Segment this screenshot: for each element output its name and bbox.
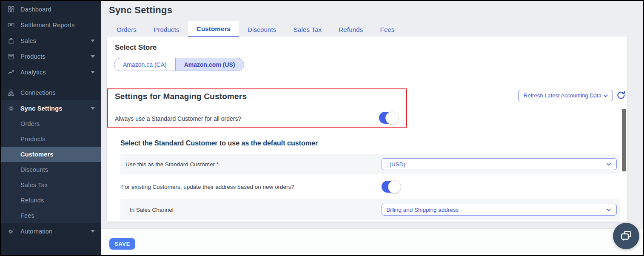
standard-customer-select-label: Use this as the Standard Customer	[125, 161, 215, 168]
submenu-item-discounts[interactable]: Discounts	[1, 162, 101, 177]
sidebar-divider	[1, 80, 101, 85]
sales-channel-select[interactable]: Billing and Shipping address	[382, 204, 617, 216]
submenu-label: Orders	[20, 120, 40, 127]
tab-bar: Orders Products Customers Discounts Sale…	[108, 21, 403, 38]
settings-panel: Select Store Amazon.ca (CA) Amazon.com (…	[107, 37, 627, 222]
submenu-label: Refunds	[20, 197, 44, 204]
sidebar-item-sync-settings[interactable]: Sync Settings	[1, 100, 101, 116]
sidebar-item-products[interactable]: Products	[1, 48, 101, 64]
store-selector: Amazon.ca (CA) Amazon.com (US)	[114, 58, 244, 71]
update-address-question-label: For existing Customers, update their add…	[121, 184, 294, 190]
settings-rows: Use this as the Standard Customer * , (U…	[120, 154, 620, 221]
refresh-icon[interactable]	[616, 90, 626, 100]
sidebar-item-automation[interactable]: Automation	[1, 223, 101, 239]
submenu-item-refunds[interactable]: Refunds	[1, 193, 101, 208]
connections-icon	[7, 89, 15, 97]
sidebar: Dashboard Settlement Reports Sales Produ…	[1, 1, 101, 255]
page-title: Sync Settings	[109, 5, 172, 16]
sync-settings-submenu: Orders Products Customers Discounts Sale…	[1, 116, 101, 223]
sidebar-label: Automation	[20, 228, 91, 235]
update-address-toggle[interactable]	[382, 181, 401, 193]
sales-channel-select-value: Billing and Shipping address	[386, 207, 605, 213]
sidebar-item-settlement-reports[interactable]: Settlement Reports	[1, 17, 101, 33]
standard-customer-select-value: , (USD)	[386, 161, 605, 168]
tab-customers[interactable]: Customers	[188, 21, 239, 38]
chevron-down-icon	[91, 40, 95, 42]
dashboard-icon	[7, 6, 15, 13]
submenu-item-orders[interactable]: Orders	[1, 116, 101, 131]
automation-icon	[7, 228, 15, 235]
gear-icon	[7, 105, 15, 112]
footer-bar: SAVE	[101, 229, 643, 255]
tab-refunds[interactable]: Refunds	[330, 21, 371, 38]
submenu-label: Customers	[20, 151, 54, 158]
sidebar-label: Sync Settings	[20, 105, 91, 112]
submenu-label: Fees	[20, 212, 34, 219]
submenu-label: Discounts	[20, 166, 48, 173]
chat-launcher[interactable]	[613, 223, 639, 249]
standard-customer-toggle[interactable]	[379, 112, 398, 124]
tab-products[interactable]: Products	[145, 21, 188, 38]
chevron-down-icon	[91, 230, 95, 233]
default-customer-heading: Select the Standard Customer to use as t…	[120, 139, 318, 147]
required-marker: *	[217, 161, 219, 168]
chevron-down-icon	[602, 92, 609, 99]
store-option-amazon-ca[interactable]: Amazon.ca (CA)	[114, 58, 175, 71]
save-button[interactable]: SAVE	[109, 238, 135, 250]
sales-icon	[7, 37, 15, 45]
sales-channel-label: In Sales Channel	[130, 207, 174, 213]
table-row: Use this as the Standard Customer * , (U…	[120, 154, 620, 174]
chevron-down-icon	[91, 71, 95, 74]
sidebar-label: Dashboard	[20, 6, 95, 13]
sidebar-item-connections[interactable]: Connections	[1, 85, 101, 100]
managing-customers-heading: Settings for Managing Customers	[115, 92, 247, 101]
standard-customer-select[interactable]: , (USD)	[382, 158, 617, 170]
store-option-amazon-us[interactable]: Amazon.com (US)	[175, 58, 244, 71]
submenu-item-sales-tax[interactable]: Sales Tax	[1, 177, 101, 193]
chevron-down-icon	[605, 206, 612, 213]
select-store-heading: Select Store	[115, 43, 157, 52]
settlement-reports-icon	[7, 21, 15, 29]
products-icon	[7, 53, 15, 60]
submenu-item-fees[interactable]: Fees	[1, 208, 101, 223]
refresh-dropdown-label: Refresh Latest Accounting Data	[524, 92, 602, 99]
scrollbar[interactable]	[622, 109, 626, 171]
chevron-down-icon	[91, 107, 95, 110]
screenshot-frame: Dashboard Settlement Reports Sales Produ…	[0, 0, 644, 256]
tab-discounts[interactable]: Discounts	[239, 21, 285, 38]
sidebar-label: Sales	[20, 37, 91, 44]
sidebar-item-analytics[interactable]: Analytics	[1, 64, 101, 80]
chat-bubbles-icon	[620, 230, 633, 242]
sidebar-label: Products	[20, 53, 91, 60]
main-content: Sync Settings Orders Products Customers …	[101, 1, 643, 255]
chevron-down-icon	[91, 55, 95, 58]
standard-customer-question-label: Always use a Standard Customer for all o…	[115, 115, 241, 122]
table-row: For existing Customers, update their add…	[120, 175, 620, 198]
chevron-down-icon	[605, 161, 612, 168]
submenu-item-customers[interactable]: Customers	[1, 147, 101, 162]
tab-orders[interactable]: Orders	[108, 21, 145, 38]
submenu-label: Products	[20, 136, 46, 142]
submenu-item-products[interactable]: Products	[1, 131, 101, 147]
tab-fees[interactable]: Fees	[372, 21, 403, 38]
sidebar-item-sales[interactable]: Sales	[1, 33, 101, 48]
submenu-label: Sales Tax	[20, 182, 48, 188]
sidebar-label: Connections	[20, 89, 95, 96]
sidebar-item-dashboard[interactable]: Dashboard	[1, 1, 101, 17]
sidebar-label: Settlement Reports	[20, 22, 95, 28]
refresh-data-dropdown[interactable]: Refresh Latest Accounting Data	[518, 90, 613, 101]
tab-sales-tax[interactable]: Sales Tax	[285, 21, 331, 38]
sidebar-label: Analytics	[20, 69, 91, 76]
table-row: In Sales Channel Billing and Shipping ad…	[120, 199, 620, 220]
analytics-icon	[7, 68, 15, 76]
